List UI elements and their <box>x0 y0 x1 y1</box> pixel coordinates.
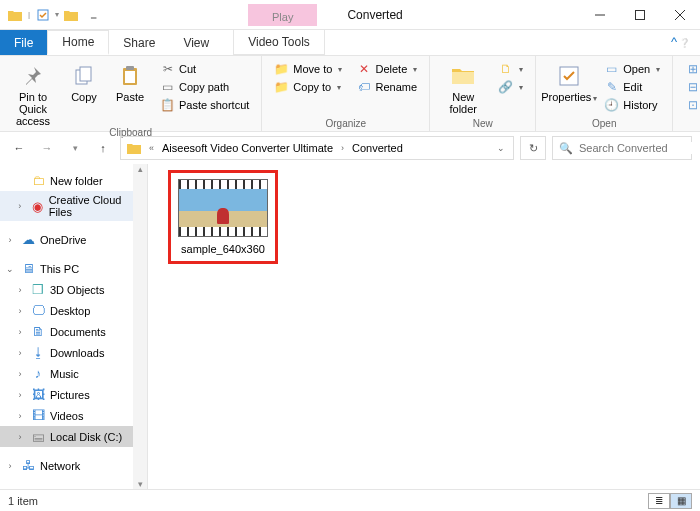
objects-3d-icon: ❒ <box>30 282 46 297</box>
chevron-down-icon: ❔ <box>679 38 690 48</box>
window-title: Converted <box>347 8 402 22</box>
breadcrumb-segment[interactable]: Converted <box>350 142 405 154</box>
expand-icon[interactable]: › <box>4 461 16 471</box>
new-folder-button[interactable]: New folder <box>438 59 488 115</box>
properties-label: Properties▾ <box>541 91 597 105</box>
history-button[interactable]: 🕘History <box>600 97 664 113</box>
address-bar: ← → ▾ ↑ « Aiseesoft Video Converter Ulti… <box>0 132 700 164</box>
tab-share[interactable]: Share <box>109 30 169 55</box>
tree-item-documents[interactable]: ›🗎Documents <box>0 321 147 342</box>
scroll-down-icon[interactable]: ▾ <box>138 479 143 489</box>
move-to-button[interactable]: 📁Move to▾ <box>270 61 346 77</box>
minimize-button[interactable] <box>580 0 620 30</box>
paste-shortcut-button[interactable]: 📋Paste shortcut <box>156 97 253 113</box>
ribbon-tabs: File Home Share View Video Tools ^❔ <box>0 30 700 56</box>
tree-item-this-pc[interactable]: ⌄🖥This PC <box>0 258 147 279</box>
breadcrumb[interactable]: « Aiseesoft Video Converter Ultimate › C… <box>120 136 514 160</box>
expand-icon[interactable]: › <box>4 235 16 245</box>
tab-home[interactable]: Home <box>47 30 109 55</box>
forward-button[interactable]: → <box>36 137 58 159</box>
folder-icon[interactable] <box>60 4 82 26</box>
chevron-down-icon[interactable]: ⌄ <box>493 143 509 153</box>
expand-icon[interactable]: › <box>14 327 26 337</box>
tab-file[interactable]: File <box>0 30 47 55</box>
back-button[interactable]: ← <box>8 137 30 159</box>
expand-icon[interactable]: › <box>14 369 26 379</box>
scroll-up-icon[interactable]: ▴ <box>138 164 143 174</box>
breadcrumb-segment[interactable]: Aiseesoft Video Converter Ultimate <box>160 142 335 154</box>
delete-button[interactable]: ✕Delete▾ <box>352 61 421 77</box>
sidebar-scrollbar[interactable]: ▴▾ <box>133 164 147 489</box>
copy-icon <box>71 63 97 89</box>
tree-item-creative-cloud[interactable]: ›◉Creative Cloud Files <box>0 191 147 221</box>
context-tab-play: Play <box>248 4 317 26</box>
quick-access-toolbar: | ▾ ₌ <box>0 4 108 26</box>
search-input[interactable]: 🔍 <box>552 136 692 160</box>
collapse-icon[interactable]: ⌄ <box>4 264 16 274</box>
search-field[interactable] <box>579 142 700 154</box>
help-button[interactable]: ^❔ <box>671 34 690 49</box>
paste-button[interactable]: Paste <box>110 59 150 103</box>
details-view-button[interactable]: ≣ <box>648 493 670 509</box>
tree-item-pictures[interactable]: ›🖼Pictures <box>0 384 147 405</box>
edit-button[interactable]: ✎Edit <box>600 79 664 95</box>
tree-item-videos[interactable]: ›🎞Videos <box>0 405 147 426</box>
svg-rect-9 <box>125 71 135 83</box>
group-select: ⊞Select all ⊟Select none ⊡Invert selecti… <box>673 56 700 131</box>
copy-button[interactable]: Copy <box>64 59 104 103</box>
downloads-icon: ⭳ <box>30 345 46 360</box>
tab-video-tools[interactable]: Video Tools <box>233 30 325 55</box>
rename-button[interactable]: 🏷Rename <box>352 79 421 95</box>
group-open: Properties▾ ▭Open▾ ✎Edit 🕘History Open <box>536 56 673 131</box>
chevron-down-icon: ▾ <box>519 65 523 74</box>
expand-icon[interactable]: › <box>14 348 26 358</box>
tree-item-music[interactable]: ›♪Music <box>0 363 147 384</box>
tree-item-downloads[interactable]: ›⭳Downloads <box>0 342 147 363</box>
expand-icon[interactable]: › <box>14 201 25 211</box>
edit-icon: ✎ <box>604 80 619 94</box>
tree-item-desktop[interactable]: ›🖵Desktop <box>0 300 147 321</box>
tree-item-local-disk[interactable]: ›🖴Local Disk (C:) <box>0 426 147 447</box>
properties-icon[interactable] <box>32 4 54 26</box>
onedrive-icon: ☁ <box>20 232 36 247</box>
tab-view[interactable]: View <box>169 30 223 55</box>
open-button[interactable]: ▭Open▾ <box>600 61 664 77</box>
folder-icon[interactable] <box>4 4 26 26</box>
chevron-right-icon[interactable]: › <box>337 143 348 153</box>
icons-view-button[interactable]: ▦ <box>670 493 692 509</box>
maximize-button[interactable] <box>620 0 660 30</box>
cut-button[interactable]: ✂Cut <box>156 61 253 77</box>
properties-button[interactable]: Properties▾ <box>544 59 594 105</box>
pin-to-quick-access-button[interactable]: Pin to Quick access <box>8 59 58 127</box>
copy-label: Copy <box>71 91 97 103</box>
copy-to-button[interactable]: 📁Copy to▾ <box>270 79 346 95</box>
up-button[interactable]: ↑ <box>92 137 114 159</box>
select-all-button[interactable]: ⊞Select all <box>681 61 700 77</box>
new-item-button[interactable]: 🗋▾ <box>494 61 527 77</box>
expand-icon[interactable]: › <box>14 390 26 400</box>
close-button[interactable] <box>660 0 700 30</box>
move-icon: 📁 <box>274 62 289 76</box>
easy-access-button[interactable]: 🔗▾ <box>494 79 527 95</box>
view-switcher: ≣ ▦ <box>648 493 692 509</box>
expand-icon[interactable]: › <box>14 432 26 442</box>
tree-item-new-folder[interactable]: 🗀New folder <box>0 170 147 191</box>
tree-item-onedrive[interactable]: ›☁OneDrive <box>0 229 147 250</box>
status-bar: 1 item ≣ ▦ <box>0 489 700 511</box>
expand-icon[interactable]: › <box>14 411 26 421</box>
chevron-right-icon[interactable]: « <box>145 143 158 153</box>
group-label-new: New <box>438 118 527 131</box>
file-item[interactable]: sample_640x360 <box>168 170 278 264</box>
expand-icon[interactable]: › <box>14 306 26 316</box>
refresh-button[interactable]: ↻ <box>520 136 546 160</box>
expand-icon[interactable]: › <box>14 285 26 295</box>
invert-selection-button[interactable]: ⊡Invert selection <box>681 97 700 113</box>
file-list[interactable]: sample_640x360 <box>148 164 700 489</box>
recent-locations-button[interactable]: ▾ <box>64 137 86 159</box>
copy-path-button[interactable]: ▭Copy path <box>156 79 253 95</box>
tree-item-network[interactable]: ›🖧Network <box>0 455 147 476</box>
tree-item-3d-objects[interactable]: ›❒3D Objects <box>0 279 147 300</box>
select-none-button[interactable]: ⊟Select none <box>681 79 700 95</box>
overflow-icon[interactable]: ₌ <box>82 4 104 26</box>
ribbon: Pin to Quick access Copy Paste ✂Cut ▭Cop… <box>0 56 700 132</box>
